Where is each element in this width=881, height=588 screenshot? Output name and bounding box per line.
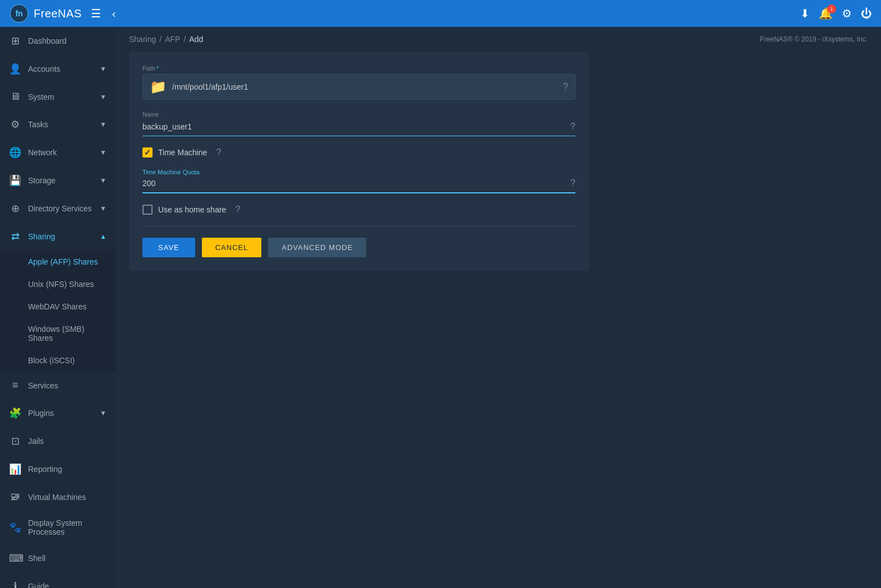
main-layout: ⊞ Dashboard 👤 Accounts ▼ 🖥 System ▼ ⚙ Ta… [0, 27, 881, 588]
sidebar: ⊞ Dashboard 👤 Accounts ▼ 🖥 System ▼ ⚙ Ta… [0, 27, 116, 588]
breadcrumb-afp[interactable]: AFP [165, 35, 180, 44]
checkmark-icon: ✓ [144, 148, 151, 157]
sidebar-item-storage[interactable]: 💾 Storage ▼ [0, 166, 116, 195]
accounts-icon: 👤 [9, 63, 21, 75]
topbar: fn FreeNAS ☰ ‹ ⬇ 🔔 1 ⚙ ⏻ [0, 0, 881, 27]
sidebar-item-directory-services[interactable]: ⊕ Directory Services ▼ [0, 195, 116, 223]
sidebar-item-virtual-machines[interactable]: 🖳 Virtual Machines [0, 483, 116, 511]
cancel-button[interactable]: CANCEL [202, 238, 262, 257]
guide-icon: ℹ [9, 580, 21, 588]
breadcrumb-sharing[interactable]: Sharing [129, 35, 156, 44]
arrow-icon: ▼ [100, 177, 107, 184]
quota-input-row: ? [142, 177, 575, 193]
form-container: Path* 📁 ? Name ? [116, 52, 881, 588]
sidebar-submenu-afp[interactable]: Apple (AFP) Shares [0, 251, 116, 273]
directory-services-icon: ⊕ [9, 202, 21, 215]
path-label: Path* [142, 65, 575, 72]
arrow-icon: ▲ [100, 233, 107, 240]
download-icon[interactable]: ⬇ [800, 7, 810, 20]
home-share-help-icon[interactable]: ? [235, 205, 240, 215]
name-label: Name [142, 111, 575, 118]
arrow-icon: ▼ [100, 205, 107, 212]
sidebar-item-sharing[interactable]: ⇄ Sharing ▲ [0, 223, 116, 251]
sidebar-item-label: Shell [28, 554, 45, 563]
sidebar-item-label: Storage [28, 176, 56, 185]
name-input[interactable] [142, 120, 567, 133]
home-share-label: Use as home share [158, 205, 226, 214]
sidebar-item-tasks[interactable]: ⚙ Tasks ▼ [0, 110, 116, 138]
sidebar-item-jails[interactable]: ⊡ Jails [0, 427, 116, 455]
advanced-mode-button[interactable]: ADVANCED MODE [268, 238, 366, 257]
sidebar-item-label: Network [28, 148, 57, 157]
form-card: Path* 📁 ? Name ? [129, 52, 589, 271]
sidebar-item-accounts[interactable]: 👤 Accounts ▼ [0, 55, 116, 83]
quota-input[interactable] [142, 177, 567, 190]
sidebar-item-label: Jails [28, 437, 44, 446]
sharing-icon: ⇄ [9, 230, 21, 243]
quota-help-icon[interactable]: ? [570, 178, 575, 188]
sidebar-submenu-webdav[interactable]: WebDAV Shares [0, 295, 116, 318]
sidebar-item-guide[interactable]: ℹ Guide [0, 572, 116, 588]
sidebar-item-plugins[interactable]: 🧩 Plugins ▼ [0, 399, 116, 427]
sidebar-submenu-iscsi[interactable]: Block (iSCSI) [0, 349, 116, 372]
folder-icon: 📁 [150, 79, 167, 95]
sidebar-item-network[interactable]: 🌐 Network ▼ [0, 138, 116, 166]
webdav-shares-label: WebDAV Shares [28, 302, 87, 311]
topbar-right: ⬇ 🔔 1 ⚙ ⏻ [800, 7, 872, 20]
sidebar-item-system[interactable]: 🖥 System ▼ [0, 83, 116, 110]
sidebar-submenu-nfs[interactable]: Unix (NFS) Shares [0, 273, 116, 295]
time-machine-quota-field: Time Machine Quota ? [142, 169, 575, 193]
sidebar-submenu-smb[interactable]: Windows (SMB) Shares [0, 318, 116, 349]
time-machine-help-icon[interactable]: ? [216, 147, 221, 158]
path-help-icon[interactable]: ? [563, 82, 568, 92]
notification-icon[interactable]: 🔔 1 [819, 7, 833, 20]
arrow-icon: ▼ [100, 121, 107, 128]
sidebar-item-display-system-processes[interactable]: 🐾 Display System Processes [0, 511, 116, 544]
plugins-icon: 🧩 [9, 407, 21, 419]
display-system-processes-icon: 🐾 [9, 521, 21, 534]
logo-text: FreeNAS [34, 7, 82, 20]
sidebar-item-reporting[interactable]: 📊 Reporting [0, 455, 116, 483]
smb-shares-label: Windows (SMB) Shares [28, 325, 107, 342]
copyright-text: FreeNAS® © 2019 - iXsystems, Inc. [760, 35, 868, 43]
action-buttons: SAVE CANCEL ADVANCED MODE [142, 238, 575, 257]
sidebar-item-label: Display System Processes [28, 518, 107, 536]
breadcrumb-add: Add [189, 35, 203, 44]
name-input-row: ? [142, 120, 575, 136]
sidebar-item-dashboard[interactable]: ⊞ Dashboard [0, 27, 116, 55]
name-help-icon[interactable]: ? [570, 122, 575, 132]
breadcrumb-sep-2: / [183, 35, 186, 44]
system-icon: 🖥 [9, 91, 21, 103]
time-machine-checkbox[interactable]: ✓ [142, 147, 153, 158]
sidebar-item-shell[interactable]: ⌨ Shell [0, 544, 116, 572]
storage-icon: 💾 [9, 174, 21, 187]
sidebar-item-services[interactable]: ≡ Services [0, 372, 116, 399]
sidebar-item-label: Tasks [28, 120, 48, 129]
home-share-checkbox[interactable] [142, 205, 153, 215]
sidebar-item-label: Sharing [28, 232, 55, 241]
path-input[interactable] [172, 82, 554, 91]
settings-icon[interactable]: ⚙ [842, 7, 852, 20]
path-field: Path* 📁 ? [142, 65, 575, 100]
topbar-logo: fn FreeNAS [9, 3, 82, 24]
arrow-icon: ▼ [100, 93, 107, 101]
afp-shares-label: Apple (AFP) Shares [28, 257, 98, 266]
sidebar-item-label: System [28, 92, 54, 101]
dashboard-icon: ⊞ [9, 35, 21, 47]
sidebar-item-label: Virtual Machines [28, 493, 86, 502]
breadcrumb-bar: Sharing / AFP / Add FreeNAS® © 2019 - iX… [116, 27, 881, 52]
shell-icon: ⌨ [9, 552, 21, 564]
nfs-shares-label: Unix (NFS) Shares [28, 280, 94, 289]
time-machine-label: Time Machine [158, 148, 207, 157]
sidebar-item-label: Plugins [28, 409, 54, 418]
breadcrumb-sep-1: / [159, 35, 162, 44]
sidebar-item-label: Reporting [28, 465, 62, 474]
power-icon[interactable]: ⏻ [861, 7, 872, 20]
freenas-logo-icon: fn [9, 3, 29, 24]
back-icon[interactable]: ‹ [110, 5, 118, 22]
sharing-submenu: Apple (AFP) Shares Unix (NFS) Shares Web… [0, 251, 116, 372]
save-button[interactable]: SAVE [142, 238, 195, 257]
services-icon: ≡ [9, 379, 21, 391]
menu-icon[interactable]: ☰ [89, 4, 103, 22]
reporting-icon: 📊 [9, 463, 21, 475]
